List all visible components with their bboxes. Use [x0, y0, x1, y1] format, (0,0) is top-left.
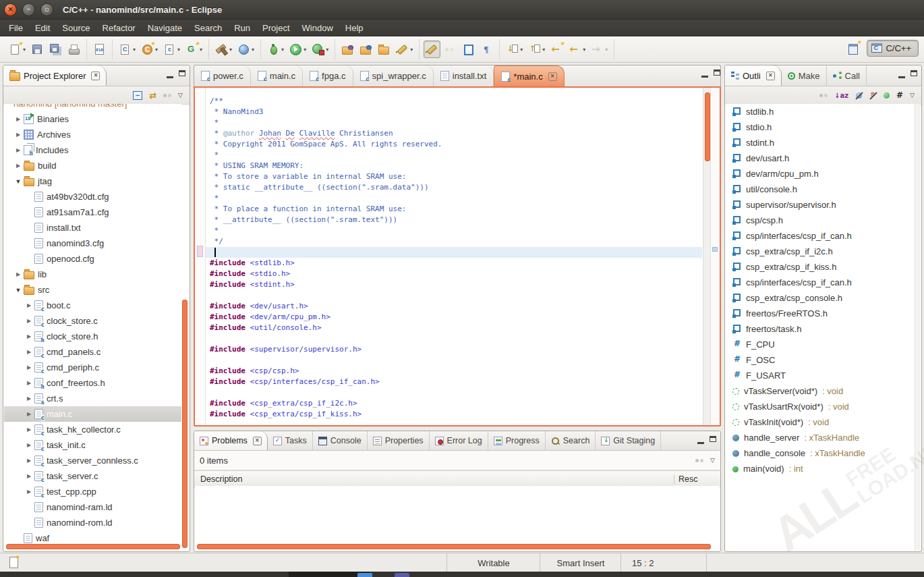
tab-progress[interactable]: Progress: [488, 431, 546, 450]
expand-arrow-icon[interactable]: ▶: [13, 116, 23, 122]
editor-annotation-ruler[interactable]: [195, 88, 206, 425]
code-area[interactable]: /** * NanoMind3 * * @author Johan De Cla…: [206, 88, 702, 425]
tree-item-at49bv320dt-cfg[interactable]: at49bv320dt.cfg: [4, 189, 181, 204]
editor-tab-installtxt[interactable]: install.txt: [434, 65, 494, 86]
menu-edit[interactable]: Edit: [29, 21, 56, 35]
menu-file[interactable]: File: [3, 21, 29, 35]
dropdown-arrow-icon[interactable]: ▾: [281, 47, 284, 53]
expand-arrow-icon[interactable]: ▶: [24, 364, 34, 370]
dropdown-arrow-icon[interactable]: ▾: [23, 47, 26, 53]
expand-arrow-icon[interactable]: ▶: [24, 349, 34, 355]
expand-arrow-icon[interactable]: ▶: [13, 163, 23, 169]
outline-item[interactable]: csp/interfaces/csp_if_can.h: [726, 228, 915, 244]
menu-navigate[interactable]: Navigate: [142, 21, 188, 35]
tree-item-openocd-cfg[interactable]: openocd.cfg: [4, 251, 181, 267]
outline-item[interactable]: stdlib.h: [726, 104, 915, 119]
minimize-editor-icon[interactable]: [701, 70, 708, 78]
tab-console[interactable]: Console: [313, 431, 368, 450]
expand-arrow-icon[interactable]: ▶: [13, 132, 23, 138]
project-tree[interactable]: nanomind [nanomind master]▶Binaries▶Arch…: [4, 104, 181, 545]
expand-arrow-icon[interactable]: ▶: [24, 395, 34, 402]
dropdown-arrow-icon[interactable]: ▾: [520, 47, 523, 53]
dropdown-arrow-icon[interactable]: ▾: [252, 47, 254, 53]
outline-item[interactable]: main(void): int: [726, 461, 915, 476]
close-window-icon[interactable]: ×: [4, 3, 17, 16]
new-c-file-button[interactable]: ▾: [161, 40, 182, 58]
menu-help[interactable]: Help: [339, 21, 370, 35]
column-resource[interactable]: Resc: [674, 474, 720, 484]
outline-list[interactable]: stdlib.hstdio.hstdint.hdev/usart.hdev/ar…: [726, 104, 915, 551]
tree-item-jtag[interactable]: ▼jtag: [4, 173, 181, 189]
dropdown-arrow-icon[interactable]: ▾: [326, 47, 328, 53]
close-icon[interactable]: ×: [548, 72, 557, 81]
new-wizard-button[interactable]: ▾: [7, 40, 28, 58]
dropdown-arrow-icon[interactable]: ▾: [410, 47, 413, 53]
tree-item-root[interactable]: nanomind [nanomind master]: [4, 104, 181, 111]
open-resource-button[interactable]: [376, 40, 393, 58]
outline-item[interactable]: util/console.h: [726, 182, 915, 197]
tree-item-install-txt[interactable]: install.txt: [4, 220, 181, 236]
editor-tab-spi_wrapperc[interactable]: spi_wrapper.c: [353, 65, 434, 86]
tree-item-waf[interactable]: waf: [4, 530, 181, 545]
maximize-view-icon[interactable]: [911, 70, 917, 76]
expand-arrow-icon[interactable]: ▶: [24, 442, 34, 448]
tree-item-binaries[interactable]: ▶Binaries: [4, 111, 181, 127]
editor-overview-ruler[interactable]: [710, 88, 720, 425]
outline-item[interactable]: handle_server: xTaskHandle: [726, 430, 915, 445]
outline-item[interactable]: vTaskUsartRx(void*): void: [726, 399, 915, 414]
minimize-view-icon[interactable]: [898, 70, 905, 78]
new-make-target-button[interactable]: ▾: [183, 40, 204, 58]
expand-arrow-icon[interactable]: ▶: [13, 147, 23, 153]
show-whitespace-button[interactable]: [478, 40, 495, 58]
last-edit-location-button[interactable]: [548, 40, 565, 58]
hide-non-public-icon[interactable]: [884, 92, 890, 99]
build-all-button[interactable]: ▾: [235, 40, 256, 58]
run-button[interactable]: ▾: [287, 40, 308, 58]
disabled-actions-button[interactable]: [442, 40, 459, 58]
outline-item[interactable]: handle_console: xTaskHandle: [726, 445, 915, 461]
tree-item-cmd-periph-c[interactable]: ▶cmd_periph.c: [4, 360, 181, 375]
expand-arrow-icon[interactable]: ▶: [24, 380, 34, 386]
maximize-view-icon[interactable]: [710, 436, 716, 442]
outline-item[interactable]: csp/interfaces/csp_if_can.h: [726, 275, 915, 290]
tree-item-nanomind3-cfg[interactable]: nanomind3.cfg: [4, 236, 181, 251]
dropdown-arrow-icon[interactable]: ▾: [304, 47, 306, 53]
expand-arrow-icon[interactable]: ▶: [24, 489, 34, 495]
tree-item-nanomind-rom-ld[interactable]: nanomind-rom.ld: [4, 515, 181, 530]
open-perspective-button[interactable]: [845, 39, 862, 57]
tab-call[interactable]: Call: [827, 65, 867, 86]
tree-item-at91sam7a1-cfg[interactable]: at91sam7a1.cfg: [4, 204, 181, 220]
tree-item-task-hk-collector-c[interactable]: ▶task_hk_collector.c: [4, 422, 181, 437]
fast-view-icon[interactable]: [9, 557, 18, 568]
hide-static-members-icon[interactable]: [869, 92, 877, 99]
tree-item-task-server-connless-c[interactable]: ▶task_server_connless.c: [4, 453, 181, 468]
dropdown-arrow-icon[interactable]: ▾: [155, 47, 158, 53]
dropdown-arrow-icon[interactable]: ▾: [229, 47, 232, 53]
dropdown-arrow-icon[interactable]: ▾: [200, 47, 202, 53]
open-task-button[interactable]: [357, 40, 374, 58]
tree-item-cmd-panels-c[interactable]: ▶cmd_panels.c: [4, 344, 181, 360]
collapse-all-icon[interactable]: −: [133, 91, 142, 100]
expand-arrow-icon[interactable]: ▶: [24, 473, 34, 479]
menu-search[interactable]: Search: [188, 21, 228, 35]
dropdown-arrow-icon[interactable]: ▾: [605, 47, 608, 53]
minimize-view-icon[interactable]: [697, 436, 704, 444]
editor-tab-mainc[interactable]: main.c: [251, 65, 303, 86]
outline-item[interactable]: csp_extra/csp_if_i2c.h: [726, 244, 915, 259]
editor-tab-powerc[interactable]: power.c: [194, 65, 251, 86]
tree-item-clock-store-c[interactable]: ▶clock_store.c: [4, 313, 181, 329]
maximize-view-icon[interactable]: [179, 70, 185, 76]
tree-item-build[interactable]: ▶build: [4, 158, 181, 173]
open-type-button[interactable]: [339, 40, 356, 58]
back-button[interactable]: ▾: [567, 40, 587, 58]
close-icon[interactable]: ×: [253, 437, 262, 445]
maximize-editor-icon[interactable]: [714, 70, 720, 76]
hide-fields-icon[interactable]: [855, 92, 863, 99]
outline-item[interactable]: csp_extra/csp_console.h: [726, 290, 915, 306]
editor-tab-mainc[interactable]: *main.c×: [494, 65, 564, 86]
menu-project[interactable]: Project: [256, 21, 295, 35]
outline-item[interactable]: F_CPU: [726, 337, 915, 352]
tab-search[interactable]: Search: [546, 431, 596, 450]
hide-macros-icon[interactable]: #: [896, 90, 903, 100]
tree-item-task-server-c[interactable]: ▶task_server.c: [4, 468, 181, 484]
